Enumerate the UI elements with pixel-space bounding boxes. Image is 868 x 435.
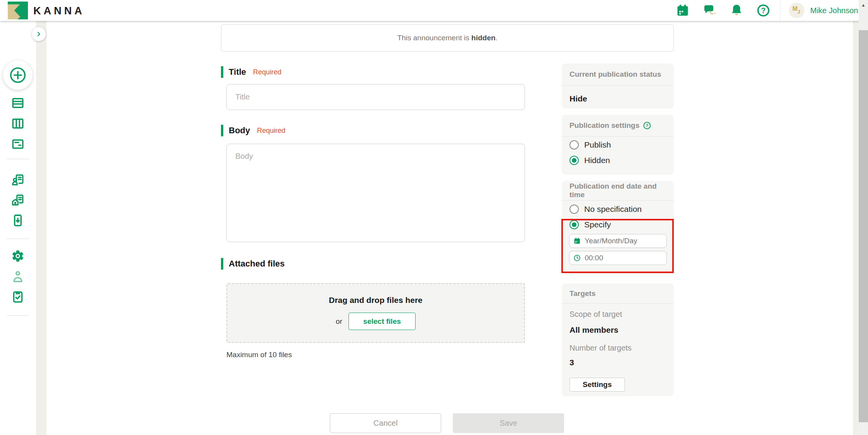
end-date-field[interactable]	[569, 234, 667, 248]
list-rows-icon	[11, 96, 25, 110]
body-label: Body	[229, 126, 250, 136]
app-download-icon	[11, 213, 25, 227]
file-dropzone[interactable]: Drag and drop files here or select files	[226, 283, 525, 343]
sidebar-item-members[interactable]	[11, 173, 25, 187]
sidebar-expand-button[interactable]	[32, 27, 46, 41]
radio-no-specification-control[interactable]	[569, 205, 579, 214]
brand-name: KANNA	[33, 5, 85, 17]
svg-text:?: ?	[761, 6, 766, 15]
targets-settings-button[interactable]: Settings	[569, 378, 625, 392]
scope-value: All members	[569, 325, 618, 335]
sidebar-item-board[interactable]	[11, 117, 25, 131]
notifications-button[interactable]	[730, 3, 744, 17]
date-calendar-icon	[573, 237, 581, 245]
help-button[interactable]: ?	[756, 3, 770, 17]
sidebar-item-settings[interactable]	[11, 249, 25, 263]
or-text: or	[336, 317, 342, 326]
title-required-badge: Required	[253, 68, 281, 76]
target-count-value: 3	[569, 358, 574, 367]
calendar-icon	[676, 3, 690, 17]
body-textarea[interactable]	[226, 144, 525, 242]
chat-button[interactable]	[703, 3, 717, 17]
body-required-badge: Required	[257, 127, 285, 135]
section-accent-bar	[221, 125, 223, 136]
save-button[interactable]: Save	[453, 413, 564, 433]
dropzone-text: Drag and drop files here	[329, 296, 423, 305]
svg-text:?: ?	[645, 123, 648, 128]
help-icon: ?	[756, 3, 770, 17]
sidebar-divider	[7, 159, 29, 159]
section-accent-bar	[221, 258, 223, 270]
current-status-header: Current publication status	[569, 70, 661, 79]
attachments-label: Attached files	[229, 259, 285, 269]
banner-text: This announcement is	[397, 34, 471, 42]
radio-specify-control[interactable]	[569, 220, 579, 229]
calendar-button[interactable]	[676, 3, 690, 17]
end-time-input[interactable]	[585, 254, 663, 262]
sidebar-item-survey[interactable]	[11, 290, 25, 304]
cancel-button[interactable]: Cancel	[330, 413, 441, 433]
board-columns-icon	[11, 117, 25, 131]
add-plus-icon	[9, 66, 27, 84]
site-document-icon	[11, 193, 25, 207]
help-circle-icon[interactable]: ?	[643, 121, 651, 130]
sidebar-item-list[interactable]	[11, 96, 25, 110]
target-count-label: Number of targets	[569, 344, 632, 352]
publication-settings-card: Publication settings ? Publish Hidden	[562, 115, 674, 175]
end-datetime-header: Publication end date and time	[569, 182, 666, 199]
radio-publish-control[interactable]	[569, 140, 579, 150]
app-header: KANNA ? M J Mike Johnson	[0, 0, 859, 21]
add-button[interactable]	[3, 60, 33, 90]
time-clock-icon	[573, 254, 581, 262]
current-status-value: Hide	[569, 94, 587, 103]
survey-check-icon	[11, 290, 25, 304]
scrollbar-thumb[interactable]	[859, 30, 868, 422]
member-document-icon	[11, 173, 25, 187]
title-label: Title	[229, 67, 246, 77]
sidebar-divider	[7, 315, 29, 316]
end-time-field[interactable]	[569, 251, 667, 265]
radio-specify[interactable]: Specify	[569, 220, 611, 229]
sidebar-item-profile[interactable]	[11, 270, 25, 284]
targets-card: Targets Scope of target All members Numb…	[562, 284, 674, 396]
title-input[interactable]	[226, 84, 525, 110]
targets-header: Targets	[569, 289, 595, 298]
end-datetime-card: Publication end date and time No specifi…	[562, 181, 674, 275]
sidebar-item-sites[interactable]	[11, 193, 25, 207]
sidebar-divider	[7, 239, 29, 239]
scope-label: Scope of target	[569, 310, 622, 319]
collapse-chevron-icon	[35, 30, 43, 38]
radio-publish[interactable]: Publish	[569, 140, 611, 150]
summary-card-icon	[11, 137, 25, 151]
attachments-section-heading: Attached files	[221, 258, 285, 270]
scrollbar-up-arrow[interactable]: ▲	[859, 0, 868, 10]
sidebar-item-download[interactable]	[11, 213, 25, 227]
radio-no-specification[interactable]: No specification	[569, 205, 642, 214]
select-files-button[interactable]: select files	[349, 313, 416, 330]
scrollbar[interactable]: ▲	[859, 0, 868, 435]
user-name[interactable]: Mike Johnson	[810, 6, 858, 15]
current-status-card: Current publication status Hide	[562, 64, 674, 108]
profile-icon	[11, 270, 25, 284]
chat-icon	[703, 3, 717, 17]
radio-hidden-control[interactable]	[569, 156, 579, 165]
header-divider	[780, 0, 780, 21]
sidebar-item-summary[interactable]	[11, 137, 25, 151]
settings-gear-icon	[11, 249, 25, 263]
section-accent-bar	[221, 66, 223, 78]
banner-emphasis: hidden	[471, 34, 495, 42]
title-section-heading: Title Required	[221, 66, 281, 78]
body-section-heading: Body Required	[221, 125, 285, 136]
end-date-input[interactable]	[585, 237, 663, 245]
announcement-status-banner: This announcement is hidden.	[221, 24, 674, 52]
sidebar	[0, 21, 36, 435]
radio-hidden[interactable]: Hidden	[569, 156, 610, 165]
publication-settings-header: Publication settings	[569, 121, 640, 130]
kanna-logo-icon[interactable]	[8, 2, 28, 19]
user-avatar[interactable]: M J	[789, 3, 804, 18]
max-files-note: Maximum of 10 files	[226, 351, 292, 359]
bell-icon	[730, 3, 744, 17]
